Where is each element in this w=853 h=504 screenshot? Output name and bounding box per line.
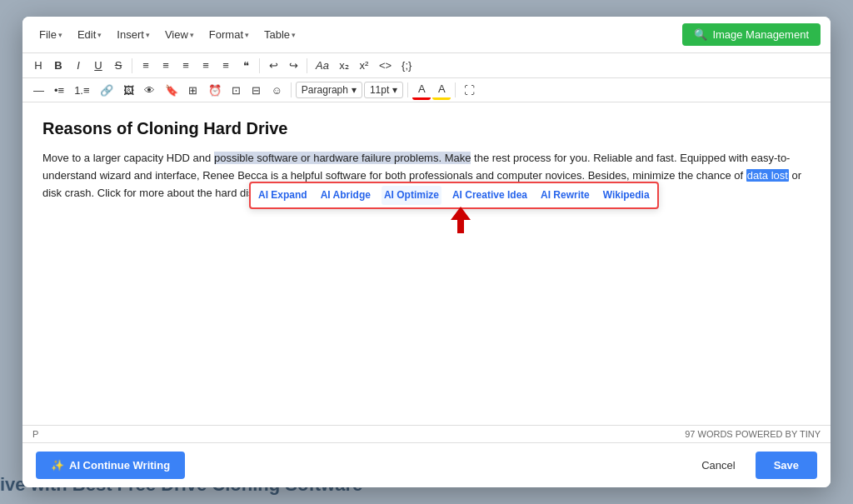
image-button[interactable]: 🖼 — [119, 82, 138, 99]
save-button[interactable]: Save — [756, 452, 817, 479]
subscript-button[interactable]: x₂ — [335, 57, 353, 74]
bold-button[interactable]: B — [49, 57, 67, 74]
ai-wikipedia-button[interactable]: Wikipedia — [601, 186, 652, 205]
bullet-list-button[interactable]: •≡ — [50, 82, 68, 99]
insert-arrow: ▾ — [146, 31, 150, 39]
align-center-button[interactable]: ≡ — [157, 57, 175, 74]
edit-arrow: ▾ — [97, 31, 102, 39]
ai-expand-button[interactable]: AI Expand — [256, 186, 310, 205]
special-char-button[interactable]: ⊡ — [227, 82, 246, 99]
table-insert-button[interactable]: ⊞ — [184, 82, 202, 99]
body-text-selected: possible software or hardware failure pr… — [214, 152, 471, 164]
format-arrow: ▾ — [245, 31, 249, 39]
toolbar-sep-6 — [455, 82, 456, 97]
ordered-list-button[interactable]: 1.≡ — [70, 82, 93, 99]
menu-view[interactable]: View ▾ — [158, 25, 201, 44]
highlighted-word: data lost — [746, 169, 789, 182]
ai-icon: ✨ — [51, 459, 64, 472]
editor-area[interactable]: Reasons of Cloning Hard Drive Move to a … — [22, 102, 831, 425]
preview-button[interactable]: 👁 — [140, 82, 159, 99]
text-color-button[interactable]: A — [412, 80, 431, 100]
toolbar-row2: — •≡ 1.≡ 🔗 🖼 👁 🔖 ⊞ ⏰ ⊡ ⊟ ☺ Paragraph ▾ 1… — [22, 78, 831, 102]
fontsize-arrow: ▾ — [392, 84, 397, 96]
ai-optimize-button[interactable]: AI Optimize — [382, 186, 441, 205]
status-bar: P 97 WORDS POWERED BY TINY — [22, 425, 831, 442]
menu-table[interactable]: Table ▾ — [257, 25, 302, 44]
menu-bar: File ▾ Edit ▾ Insert ▾ View ▾ Format ▾ — [22, 17, 831, 53]
indent-button[interactable]: ≡ — [217, 57, 235, 74]
ai-rewrite-button[interactable]: AI Rewrite — [538, 186, 592, 205]
toolbar-sep-4 — [291, 82, 292, 97]
emoji-button[interactable]: ☺ — [267, 82, 287, 99]
word-count: 97 WORDS POWERED BY TINY — [685, 429, 821, 439]
menu-insert[interactable]: Insert ▾ — [110, 25, 157, 44]
bg-color-button[interactable]: A — [432, 80, 451, 100]
document-body[interactable]: Move to a larger capacity HDD and possib… — [42, 150, 811, 202]
bookmark-button[interactable]: 🔖 — [161, 82, 182, 99]
modal-overlay: File ▾ Edit ▾ Insert ▾ View ▾ Format ▾ — [0, 0, 853, 504]
italic-button[interactable]: I — [69, 57, 87, 74]
table-arrow: ▾ — [292, 31, 296, 39]
underline-button[interactable]: U — [89, 57, 107, 74]
menu-edit[interactable]: Edit ▾ — [71, 25, 108, 44]
time-button[interactable]: ⏰ — [204, 82, 226, 99]
redo-button[interactable]: ↪ — [284, 57, 302, 74]
align-right-button[interactable]: ≡ — [177, 57, 195, 74]
menu-format[interactable]: Format ▾ — [202, 25, 256, 44]
image-management-button[interactable]: 🔍 Image Management — [682, 23, 821, 46]
menu-file[interactable]: File ▾ — [32, 25, 69, 44]
cancel-button[interactable]: Cancel — [686, 452, 750, 479]
ai-toolbar-arrow — [451, 207, 471, 239]
blockquote-button[interactable]: ❝ — [237, 57, 255, 74]
embed-button[interactable]: ⊟ — [247, 82, 266, 99]
fullscreen-button[interactable]: ⛶ — [460, 82, 479, 99]
svg-marker-0 — [451, 207, 471, 233]
align-justify-button[interactable]: ≡ — [197, 57, 215, 74]
align-left-button[interactable]: ≡ — [137, 57, 155, 74]
undo-button[interactable]: ↩ — [264, 57, 282, 74]
tag-indicator: P — [32, 429, 38, 439]
menu-items: File ▾ Edit ▾ Insert ▾ View ▾ Format ▾ — [32, 25, 302, 44]
search-icon: 🔍 — [694, 28, 707, 41]
toolbar-sep-1 — [132, 58, 132, 73]
view-arrow: ▾ — [190, 31, 194, 39]
ai-toolbar: AI Expand AI Abridge AI Optimize AI Crea… — [249, 182, 659, 209]
ai-abridge-button[interactable]: AI Abridge — [318, 186, 373, 205]
editor-modal: File ▾ Edit ▾ Insert ▾ View ▾ Format ▾ — [22, 17, 831, 487]
modal-footer: ✨ AI Continue Writing Cancel Save — [22, 442, 831, 487]
file-arrow: ▾ — [58, 31, 62, 39]
code-button[interactable]: <> — [375, 57, 396, 74]
toolbar-sep-2 — [259, 58, 260, 73]
superscript-button[interactable]: x² — [355, 57, 373, 74]
link-button[interactable]: 🔗 — [96, 82, 117, 99]
ai-creative-idea-button[interactable]: AI Creative Idea — [450, 186, 530, 205]
strikethrough-button[interactable]: S — [109, 57, 127, 74]
paragraph-arrow: ▾ — [352, 84, 357, 96]
toolbar-sep-3 — [307, 58, 307, 73]
continue-writing-button[interactable]: ✨ AI Continue Writing — [36, 452, 185, 479]
code-block-button[interactable]: {;} — [397, 57, 416, 74]
hr-button[interactable]: — — [29, 82, 48, 99]
clear-format-button[interactable]: Aa — [312, 57, 333, 74]
body-text-start: Move to a larger capacity HDD and — [42, 152, 214, 164]
toolbar-row1: H B I U S ≡ ≡ ≡ ≡ ≡ ❝ ↩ ↪ Aa x₂ x² <> {;… — [22, 53, 831, 78]
document-title: Reasons of Cloning Hard Drive — [42, 119, 811, 138]
heading-button[interactable]: H — [29, 57, 47, 74]
paragraph-select[interactable]: Paragraph ▾ — [296, 82, 362, 98]
footer-right-buttons: Cancel Save — [686, 452, 817, 479]
toolbar-sep-5 — [407, 82, 408, 97]
font-size-select[interactable]: 11pt ▾ — [364, 82, 403, 98]
